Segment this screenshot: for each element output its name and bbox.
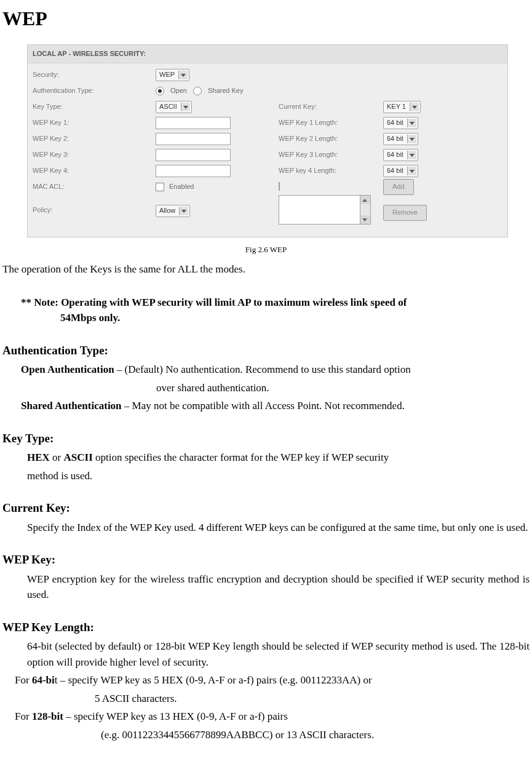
currentkey-label: Current Key: xyxy=(279,101,383,112)
shared-radio[interactable] xyxy=(193,87,202,95)
note-line2: 54Mbps only. xyxy=(60,310,530,326)
wepkey1-input[interactable] xyxy=(156,117,231,129)
chevron-down-icon xyxy=(407,119,416,127)
keytype-heading: Key Type: xyxy=(2,430,530,448)
enabled-checkbox[interactable] xyxy=(156,183,164,191)
open-radio[interactable] xyxy=(156,87,164,95)
enabled-label: Enabled xyxy=(169,181,194,192)
open-auth-name: Open Authentication xyxy=(21,364,114,375)
currentkey-desc: Specify the Index of the WEP Key used. 4… xyxy=(27,520,530,536)
wepkey2-input[interactable] xyxy=(156,133,231,145)
wepkey3len-select[interactable]: 64 bit xyxy=(383,149,418,161)
panel-body: Security: WEP Authentication Type: Open … xyxy=(28,63,507,231)
wepkey2len-select[interactable]: 64 bit xyxy=(383,133,418,145)
macacl-label: MAC ACL: xyxy=(33,181,156,192)
keytype-line1: HEX or ASCII option specifies the charac… xyxy=(27,450,530,466)
panel-header: LOCAL AP - WIRELESS SECURITY: xyxy=(28,45,507,63)
keytype-select-value: ASCII xyxy=(159,101,177,112)
keytype-desc1: option specifies the character format fo… xyxy=(93,452,389,463)
shared-auth-line: Shared Authentication – May not be compa… xyxy=(21,398,530,414)
security-label: Security: xyxy=(33,70,156,80)
wepkey1len-label: WEP Key 1 Length: xyxy=(279,117,383,128)
chevron-up-icon xyxy=(360,196,370,204)
keytype-hex: HEX xyxy=(27,452,50,463)
remove-button[interactable]: Remove xyxy=(383,205,427,221)
chevron-down-icon xyxy=(407,167,416,175)
security-select[interactable]: WEP xyxy=(156,69,189,81)
scrollbar[interactable] xyxy=(360,195,371,225)
keytype-select[interactable]: ASCII xyxy=(156,101,192,113)
wepkey3len-label: WEP Key 3 Length: xyxy=(279,149,383,160)
for64-text: t – specify WEP key as 5 HEX (0-9, A-F o… xyxy=(55,674,372,686)
wepkey1len-value: 64 bit xyxy=(387,117,403,128)
chevron-down-icon xyxy=(178,71,188,79)
chevron-down-icon xyxy=(407,151,416,159)
for128-pre: For xyxy=(15,710,32,722)
open-auth-desc1: – (Default) No authentication. Recommend… xyxy=(114,364,411,375)
for64-sub: 5 ASCII characters. xyxy=(95,691,530,707)
wepkey3-input[interactable] xyxy=(156,149,231,161)
for128-bold: 128-bit xyxy=(32,710,63,722)
wepkeylen-desc: 64-bit (selected by default) or 128-bit … xyxy=(27,639,530,670)
chevron-down-icon xyxy=(179,207,188,215)
keytype-label: Key Type: xyxy=(33,101,156,112)
wepkey2len-label: WEP Key 2 Length: xyxy=(279,133,383,144)
page-title: WEP xyxy=(2,4,530,33)
chevron-down-icon xyxy=(410,103,419,111)
wepkey1len-select[interactable]: 64 bit xyxy=(383,117,418,129)
auth-heading: Authentication Type: xyxy=(2,342,530,360)
wepkey4len-value: 64 bit xyxy=(387,165,403,176)
wepkey4-input[interactable] xyxy=(156,165,231,177)
for64-pre: For xyxy=(15,674,32,686)
for128-line: For 128-bit – specify WEP key as 13 HEX … xyxy=(15,709,530,725)
chevron-down-icon xyxy=(181,103,190,111)
policy-select[interactable]: Allow xyxy=(156,205,190,217)
open-auth-line2: over shared authentication. xyxy=(156,380,530,396)
screenshot-figure: LOCAL AP - WIRELESS SECURITY: Security: … xyxy=(27,44,530,237)
for64-bold: 64-bi xyxy=(32,674,55,686)
macacl-input[interactable] xyxy=(279,182,280,191)
keytype-line2: method is used. xyxy=(27,468,530,484)
wepkey2-label: WEP Key 2: xyxy=(33,133,156,144)
wepkey4-label: WEP Key 4: xyxy=(33,165,156,176)
for128-sub: (e.g. 00112233445566778899AABBCC) or 13 … xyxy=(101,727,530,743)
intro-text: The operation of the Keys is the same fo… xyxy=(2,261,530,277)
figure-caption: Fig 2.6 WEP xyxy=(2,244,530,256)
wepkey1-label: WEP Key 1: xyxy=(33,117,156,128)
keytype-or: or xyxy=(50,452,64,463)
add-button[interactable]: Add xyxy=(383,179,414,195)
policy-label: Policy: xyxy=(33,195,156,215)
wepkey-heading: WEP Key: xyxy=(2,551,530,569)
wepkey3-label: WEP Key 3: xyxy=(33,149,156,160)
wepkey-desc: WEP encryption key for the wireless traf… xyxy=(27,571,530,603)
keytype-ascii: ASCII xyxy=(64,452,93,463)
security-panel: LOCAL AP - WIRELESS SECURITY: Security: … xyxy=(27,44,508,237)
currentkey-select[interactable]: KEY 1 xyxy=(383,101,421,113)
open-auth-line1: Open Authentication – (Default) No authe… xyxy=(21,362,530,378)
wepkey4len-label: WEP key 4 Length: xyxy=(279,165,383,176)
chevron-down-icon xyxy=(407,135,416,143)
for128-text: – specify WEP key as 13 HEX (0-9, A-F or… xyxy=(63,710,288,722)
auth-type-label: Authentication Type: xyxy=(33,86,156,96)
wepkey3len-value: 64 bit xyxy=(387,149,403,160)
wepkey2len-value: 64 bit xyxy=(387,133,403,144)
shared-radio-label: Shared Key xyxy=(208,86,243,96)
policy-select-value: Allow xyxy=(159,205,175,216)
for64-line: For 64-bit – specify WEP key as 5 HEX (0… xyxy=(15,672,530,688)
shared-auth-name: Shared Authentication xyxy=(21,400,122,412)
note-line1: ** Note: Operating with WEP security wil… xyxy=(21,295,530,311)
open-radio-label: Open xyxy=(170,86,187,96)
currentkey-select-value: KEY 1 xyxy=(387,101,406,112)
mac-list-area[interactable] xyxy=(279,195,360,225)
currentkey-heading: Current Key: xyxy=(2,499,530,517)
shared-auth-desc: – May not be compatible with all Access … xyxy=(122,400,405,412)
security-select-value: WEP xyxy=(159,70,175,80)
wepkey4len-select[interactable]: 64 bit xyxy=(383,165,418,177)
wepkeylen-heading: WEP Key Length: xyxy=(2,619,530,637)
chevron-down-icon xyxy=(360,215,370,224)
